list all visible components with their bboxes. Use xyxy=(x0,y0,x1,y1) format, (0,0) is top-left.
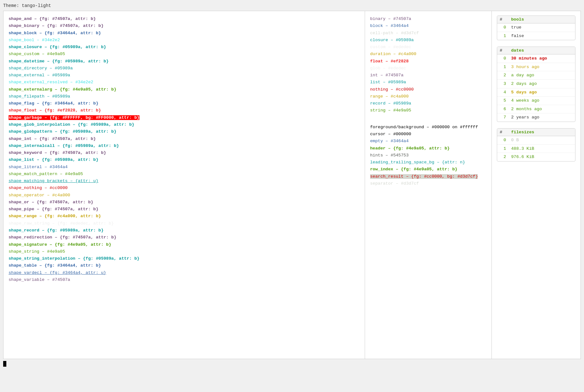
list-item: separator – #d3d7cf xyxy=(370,180,486,187)
row-val: 2 days ago xyxy=(511,80,537,87)
list-item: shape_or – {fg: #74507a, attr: b} xyxy=(9,199,360,206)
list-item: string – #4e9a05 xyxy=(370,107,486,114)
table-row: 4 5 days ago xyxy=(497,88,575,97)
filesizes-title: filesizes xyxy=(511,130,534,135)
list-item: hints – #545753 xyxy=(370,152,486,159)
list-item: shape_record – {fg: #05989a, attr: b} xyxy=(9,227,360,234)
main-container: shape_and – {fg: #74507a, attr: b} shape… xyxy=(3,11,581,359)
list-item: header – {fg: #4e9a05, attr: b} xyxy=(370,145,486,152)
bools-hash: # xyxy=(500,17,506,22)
row-val: 30 minutes ago xyxy=(511,55,547,62)
filesizes-panel: # filesizes 0 0 B 1 488.3 KiB 2 976.6 Ki… xyxy=(497,128,575,161)
list-item: shape_string_interpolation – {fg: #05989… xyxy=(9,255,360,262)
list-item: shape_raw_string – {fg: #ededec, attr: b… xyxy=(9,220,360,227)
row-num: 0 xyxy=(500,24,506,31)
list-item: shape_list – {fg: #05989a, attr: b} xyxy=(9,156,360,163)
table-row: 0 true xyxy=(497,23,575,32)
row-num: 1 xyxy=(500,64,506,71)
list-item: shape_closure – {fg: #05989a, attr: b} xyxy=(9,44,360,51)
row-val: 5 days ago xyxy=(511,89,537,96)
list-item: shape_keyword – {fg: #74507a, attr: b} xyxy=(9,149,360,156)
list-item: shape_globpattern – {fg: #05989a, attr: … xyxy=(9,128,360,135)
list-item: row_index – {fg: #4e9a05, attr: b} xyxy=(370,166,486,173)
list-item: closure – #05989a xyxy=(370,37,486,44)
list-item: shape_variable – #74507a xyxy=(9,276,360,283)
list-item: shape_external – #05989a xyxy=(9,72,360,79)
list-item: shape_internalcall – {fg: #05989a, attr:… xyxy=(9,142,360,149)
list-item-garbage: shape_garbage – {fg: #FFFFFF, bg: #FF000… xyxy=(9,114,360,121)
table-row: 0 0 B xyxy=(497,136,575,145)
dates-panel-header: # dates xyxy=(497,47,575,54)
list-item: binary – #74507a xyxy=(370,16,486,22)
list-item: shape_glob_interpolation – {fg: #05989a,… xyxy=(9,121,360,128)
list-item: int – #74507a xyxy=(370,72,486,79)
row-num: 6 xyxy=(500,106,506,113)
col3: # bools 0 true 1 false # dates 0 30 minu… xyxy=(492,11,581,359)
dates-title: dates xyxy=(511,48,524,53)
row-num: 0 xyxy=(500,55,506,62)
bools-panel-header: # bools xyxy=(497,16,575,23)
row-val: a day ago xyxy=(511,72,534,79)
filesizes-panel-header: # filesizes xyxy=(497,129,575,136)
table-row: 2 976.6 KiB xyxy=(497,153,575,161)
list-item: leading_trailing_space_bg – {attr: n} xyxy=(370,159,486,166)
table-row: 6 2 months ago xyxy=(497,105,575,114)
bools-panel: # bools 0 true 1 false xyxy=(497,16,575,40)
row-val: 4 weeks ago xyxy=(511,97,539,104)
row-val: 2 months ago xyxy=(511,106,542,113)
table-row: 7 2 years ago xyxy=(497,113,575,122)
row-num: 0 xyxy=(500,137,506,144)
list-item: shape_float – {fg: #ef2828, attr: b} xyxy=(9,107,360,114)
list-item: shape_binary – {fg: #74507a, attr: b} xyxy=(9,22,360,29)
list-item: shape_table – {fg: #3464a4, attr: b} xyxy=(9,262,360,269)
list-item: custom – #ededec xyxy=(370,44,486,51)
list-item: cell-path – #d3d7cf xyxy=(370,30,486,37)
row-num: 4 xyxy=(500,89,506,96)
list-item: range – #c4a000 xyxy=(370,93,486,100)
list-item: shape_literal – #3464a4 xyxy=(9,164,360,171)
list-item: shape_datetime – {fg: #05989a, attr: b} xyxy=(9,58,360,65)
row-num: 1 xyxy=(500,145,506,152)
row-num: 5 xyxy=(500,97,506,104)
row-val: 976.6 KiB xyxy=(511,154,534,161)
list-item: shape_block – {fg: #3464a4, attr: b} xyxy=(9,30,360,37)
row-val: 488.3 KiB xyxy=(511,145,534,152)
list-item: shape_string – #4e9a05 xyxy=(9,248,360,255)
list-item: shape_int – {fg: #74507a, attr: b} xyxy=(9,136,360,142)
row-num: 7 xyxy=(500,114,506,121)
list-item: shape_operator – #c4a000 xyxy=(9,192,360,199)
list-item: shape_range – {fg: #c4a000, attr: b} xyxy=(9,213,360,220)
list-item: shape_flag – {fg: #3464a4, attr: b} xyxy=(9,100,360,107)
list-item: shape_and – {fg: #74507a, attr: b} xyxy=(9,16,360,22)
table-row: 0 30 minutes ago xyxy=(497,54,575,63)
list-item: record – #05989a xyxy=(370,100,486,107)
row-num: 2 xyxy=(500,154,506,161)
row-val: 2 years ago xyxy=(511,114,539,121)
list-item: shape_signature – {fg: #4e9a05, attr: b} xyxy=(9,241,360,248)
list-item: shape_externalarg – {fg: #4e9a05, attr: … xyxy=(9,86,360,93)
table-row: 3 2 days ago xyxy=(497,80,575,88)
list-item: cursor – #000000 xyxy=(370,131,486,138)
table-row: 5 4 weeks ago xyxy=(497,97,575,105)
row-num: 2 xyxy=(500,72,506,79)
list-item: shape_bool – #34e2e2 xyxy=(9,37,360,44)
list-item: shape_matching_brackets – {attr: u} xyxy=(9,178,360,185)
table-row: 2 a day ago xyxy=(497,71,575,80)
list-item: shape_pipe – {fg: #74507a, attr: b} xyxy=(9,206,360,213)
row-val: true xyxy=(511,24,521,31)
list-item: shape_match_pattern – #4e9a05 xyxy=(9,171,360,178)
dates-panel: # dates 0 30 minutes ago 1 3 hours ago 2… xyxy=(497,47,575,122)
list-item: shape_nothing – #cc0000 xyxy=(9,185,360,192)
list-item: shape_redirection – {fg: #74507a, attr: … xyxy=(9,234,360,241)
row-num: 3 xyxy=(500,80,506,87)
dates-hash: # xyxy=(500,48,506,53)
table-row: 1 false xyxy=(497,32,575,40)
cursor-line xyxy=(3,361,581,367)
list-item: shape_vardecl – {fg: #3464a4, attr: u} xyxy=(9,269,360,276)
theme-label: Theme: tango-light xyxy=(3,3,581,8)
col2: binary – #74507a block – #3464a4 cell-pa… xyxy=(365,11,492,359)
col1: shape_and – {fg: #74507a, attr: b} shape… xyxy=(3,11,365,359)
list-item: block – #3464a4 xyxy=(370,22,486,29)
filesizes-hash: # xyxy=(500,130,506,135)
list-item: foreground/background – #000000 on #ffff… xyxy=(370,124,486,131)
